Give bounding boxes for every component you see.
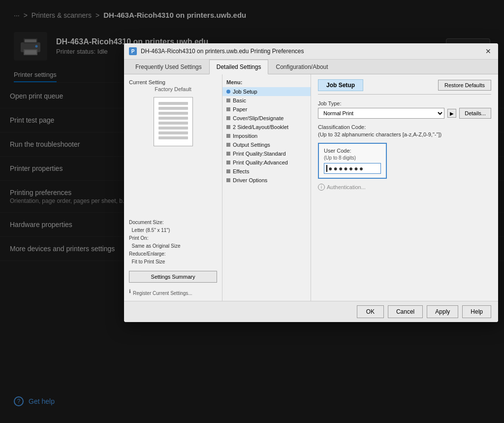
- register-current-settings-link[interactable]: Register Current Settings...: [133, 291, 192, 296]
- preview-lines: [158, 102, 188, 141]
- tree-item-basic[interactable]: Basic: [222, 96, 311, 105]
- tab-frequently-used[interactable]: Frequently Used Settings: [128, 60, 209, 74]
- authentication-section: i Authentication...: [318, 184, 491, 191]
- menu-tree-label: Menu:: [222, 77, 311, 87]
- preview-line: [158, 136, 188, 139]
- user-code-label: User Code:: [324, 148, 381, 154]
- preview-line: [158, 131, 188, 134]
- tree-item-label: Imposition: [233, 133, 257, 139]
- tree-item-sq: [226, 134, 230, 138]
- tree-item-output-settings[interactable]: Output Settings: [222, 140, 311, 149]
- tab-detailed-settings[interactable]: Detailed Settings: [209, 60, 269, 74]
- dialog-title-icon: P: [129, 47, 137, 55]
- cancel-button[interactable]: Cancel: [388, 305, 423, 318]
- job-type-expand-button[interactable]: ▶: [447, 109, 456, 118]
- dialog-left-panel: Current Setting Factory Default: [124, 74, 222, 301]
- document-info: Document Size: Letter (8.5" x 11") Print…: [129, 219, 217, 266]
- paper-preview: [154, 97, 193, 146]
- user-code-cursor: [326, 165, 327, 172]
- dialog-titlebar: P DH-463A-Ricoh4310 on printers.uwb.edu …: [124, 43, 498, 60]
- apply-button[interactable]: Apply: [427, 305, 458, 318]
- dialog-title-text: DH-463A-Ricoh4310 on printers.uwb.edu Pr…: [141, 48, 479, 55]
- dialog-menu-tree: Menu: Job Setup Basic Paper Cover/Slip/D…: [222, 74, 311, 301]
- details-button[interactable]: Details...: [459, 108, 491, 119]
- preview-line: [158, 107, 188, 110]
- user-code-value: ●●●●●●●: [328, 164, 364, 172]
- factory-default-label: Factory Default: [129, 86, 217, 92]
- tree-item-sq: [226, 125, 230, 129]
- job-setup-section-title: Job Setup: [318, 79, 363, 91]
- tree-item-effects[interactable]: Effects: [222, 167, 311, 176]
- tree-item-2sided[interactable]: 2 Sided/Layout/Booklet: [222, 123, 311, 131]
- tree-item-job-setup[interactable]: Job Setup: [222, 87, 311, 96]
- auth-info-icon: i: [318, 184, 325, 191]
- tree-item-sq: [226, 161, 230, 164]
- tree-item-label: Print Quality:Standard: [233, 151, 286, 157]
- user-code-input[interactable]: ●●●●●●●: [324, 163, 381, 174]
- tree-item-sq: [226, 169, 230, 173]
- help-button[interactable]: Help: [462, 305, 491, 318]
- tree-item-sq: [226, 107, 230, 111]
- job-type-row: Normal Print ▶ Details...: [318, 108, 491, 119]
- preview-line: [158, 127, 188, 130]
- user-code-sublabel: (Up to 8 digits): [324, 155, 381, 161]
- tree-item-label: Cover/Slip/Designate: [233, 115, 284, 121]
- settings-summary-button[interactable]: Settings Summary: [129, 271, 217, 283]
- info-icon: ℹ: [129, 289, 131, 294]
- tree-item-imposition[interactable]: Imposition: [222, 131, 311, 140]
- preview-line: [158, 112, 188, 115]
- dialog-right-panel: Job Setup Restore Defaults Job Type: Nor…: [311, 74, 498, 301]
- tree-item-print-quality-standard[interactable]: Print Quality:Standard: [222, 149, 311, 158]
- current-setting-label: Current Setting: [129, 79, 217, 85]
- job-type-label: Job Type:: [318, 100, 491, 106]
- tree-item-sq: [226, 98, 230, 102]
- dialog-close-button[interactable]: ✕: [483, 46, 493, 56]
- tree-item-sq: [226, 178, 230, 182]
- restore-defaults-button[interactable]: Restore Defaults: [438, 80, 491, 91]
- right-panel-header: Job Setup Restore Defaults: [318, 79, 491, 95]
- tree-item-print-quality-advanced[interactable]: Print Quality:Advanced: [222, 158, 311, 167]
- user-code-box: User Code: (Up to 8 digits) ●●●●●●●: [318, 143, 387, 179]
- job-type-select[interactable]: Normal Print: [318, 108, 444, 119]
- tree-item-cover-slip[interactable]: Cover/Slip/Designate: [222, 114, 311, 123]
- tree-item-paper[interactable]: Paper: [222, 105, 311, 114]
- authentication-link[interactable]: Authentication...: [327, 184, 366, 190]
- tab-configuration-about[interactable]: Configuration/About: [268, 60, 335, 74]
- tree-item-label: Print Quality:Advanced: [233, 160, 288, 165]
- tree-item-label: Effects: [233, 168, 249, 174]
- dialog-tabs: Frequently Used Settings Detailed Settin…: [124, 60, 498, 74]
- ok-button[interactable]: OK: [357, 305, 384, 318]
- tree-item-label: 2 Sided/Layout/Booklet: [233, 124, 288, 130]
- tree-item-sq: [226, 152, 230, 156]
- tree-item-label: Job Setup: [233, 89, 257, 95]
- printing-preferences-dialog: P DH-463A-Ricoh4310 on printers.uwb.edu …: [124, 43, 498, 322]
- tree-item-sq: [226, 143, 230, 147]
- tree-item-label: Paper: [233, 106, 247, 112]
- dialog-body: Current Setting Factory Default: [124, 74, 498, 301]
- tree-item-dot: [226, 90, 230, 94]
- tree-item-sq: [226, 116, 230, 120]
- preview-line: [158, 117, 188, 120]
- tree-item-label: Basic: [233, 98, 246, 103]
- tree-item-label: Driver Options: [233, 177, 267, 183]
- tree-item-driver-options[interactable]: Driver Options: [222, 176, 311, 185]
- preview-line: [158, 122, 188, 125]
- dialog-overlay: P DH-463A-Ricoh4310 on printers.uwb.edu …: [0, 0, 504, 423]
- preview-line: [158, 102, 188, 105]
- classification-code-label: Classification Code: (Up to 32 alphanume…: [318, 124, 491, 139]
- dialog-footer: OK Cancel Apply Help: [124, 301, 498, 322]
- tree-item-label: Output Settings: [233, 142, 270, 148]
